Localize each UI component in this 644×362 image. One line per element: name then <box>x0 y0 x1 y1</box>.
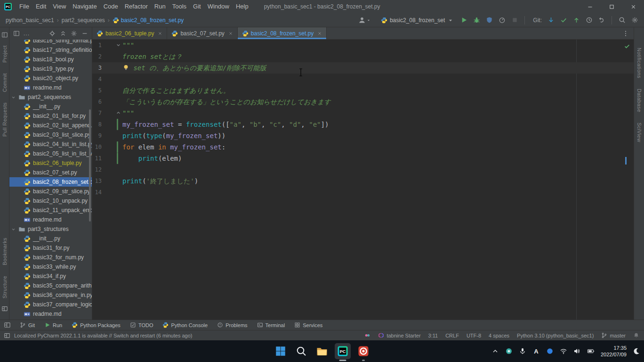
tool-stripe-sciview[interactable]: SciView <box>636 117 642 148</box>
git-branch[interactable]: master <box>601 332 626 338</box>
toolwindow-run[interactable]: Run <box>40 321 66 329</box>
tree-item-basic18-bool-py[interactable]: basic18_bool.py <box>9 55 92 64</box>
tree-item-basic17-string-definition-py[interactable]: basic17_string_definition.py <box>9 45 92 55</box>
menu-help[interactable]: Help <box>233 0 252 13</box>
user-profile-button[interactable] <box>358 16 371 24</box>
collapse-all-button[interactable] <box>60 30 66 37</box>
toolwindow-todo[interactable]: TODO <box>126 321 158 329</box>
indent-style[interactable]: 4 spaces <box>489 333 509 338</box>
tree-item-basic37-compare-logic-py[interactable]: basic37_compare_logic.py <box>9 300 92 309</box>
tool-window-switcher-icon[interactable] <box>4 332 10 339</box>
editor-tab-basic2-07-set-py[interactable]: basic2_07_set.py <box>167 27 237 39</box>
tray-app[interactable] <box>505 347 513 355</box>
menu-file[interactable]: File <box>16 0 32 13</box>
maximize-button[interactable] <box>601 0 622 13</box>
caret-position[interactable]: 3:11 <box>428 333 438 338</box>
tray-expand[interactable] <box>491 347 499 355</box>
minimize-button[interactable] <box>579 0 601 13</box>
tree-item-basic32-for-num-py[interactable]: basic32_for_num.py <box>9 253 92 262</box>
tabnine-widget[interactable]: tabnine Starter <box>378 332 420 338</box>
inspections-ok-icon[interactable] <box>624 43 630 49</box>
tree-item-basic2-04-list-in-list-py[interactable]: basic2_04_list_in_list.py <box>9 140 92 149</box>
tree-item-basic2-01-list-for-py[interactable]: basic2_01_list_for.py <box>9 111 92 121</box>
menu-navigate[interactable]: Navigate <box>69 0 100 13</box>
taskbar-search[interactable] <box>293 343 309 359</box>
battery[interactable] <box>587 347 595 355</box>
tree-item-basic19-type-py[interactable]: basic19_type.py <box>9 64 92 74</box>
breadcrumb-item-basic2-08-frozen-set-py[interactable]: basic2_08_frozen_set.py <box>111 16 185 25</box>
settings-button[interactable] <box>629 15 640 25</box>
pycharm-app[interactable]: PC <box>335 343 351 359</box>
tree-item-basic16-string-format-py[interactable]: basic16_string_format.py <box>9 40 92 45</box>
tree-item-basic2-11-unpack-errors-py[interactable]: basic2_11_unpack_errors.py <box>9 206 92 215</box>
tab-list-kebab-icon[interactable] <box>622 30 629 37</box>
tree-item-init-py[interactable]: __init__.py <box>9 102 92 111</box>
toolwindow-problems[interactable]: Problems <box>213 321 251 329</box>
breadcrumb-item-part2-sequences[interactable]: part2_sequences <box>60 16 107 25</box>
close-button[interactable] <box>622 0 644 13</box>
python-interpreter[interactable]: Python 3.10 (python_basic_sec1) <box>517 333 594 338</box>
breadcrumb-item-python-basic-sec1[interactable]: python_basic_sec1 <box>4 16 56 25</box>
menu-refactor[interactable]: Refactor <box>121 0 151 13</box>
profiler-button[interactable] <box>496 15 507 25</box>
line-separator[interactable]: CRLF <box>445 333 459 338</box>
tool-stripe-structure[interactable]: Structure <box>2 271 8 304</box>
tree-item-basic20-object-py[interactable]: basic20_object.py <box>9 74 92 83</box>
tree-item-readme-md[interactable]: readme.md <box>9 215 92 224</box>
toolwindow-terminal[interactable]: Terminal <box>253 321 290 329</box>
toolwindow-python-packages[interactable]: Python Packages <box>67 321 125 329</box>
plugin-widget[interactable] <box>364 332 370 338</box>
update-project-button[interactable] <box>545 15 556 25</box>
tool-stripe-notifications[interactable]: Notifications <box>636 42 642 83</box>
tool-stripe-project[interactable]: Project <box>2 40 8 68</box>
hide-panel-button[interactable] <box>81 30 88 37</box>
tool-stripe-pull-requests[interactable]: Pull Requests <box>2 97 8 142</box>
menu-window[interactable]: Window <box>204 0 233 13</box>
coverage-button[interactable] <box>483 15 495 25</box>
toolwindow-services[interactable]: Services <box>290 321 327 329</box>
tree-item-basic2-10-unpack-py[interactable]: basic2_10_unpack.py <box>9 196 92 206</box>
toolwindow-python-console[interactable]: Python Console <box>158 321 212 329</box>
notifications[interactable] <box>633 332 639 338</box>
menu-git[interactable]: Git <box>190 0 204 13</box>
tree-item-basic31-for-py[interactable]: basic31_for.py <box>9 243 92 253</box>
project-tabs-overflow[interactable]: ... <box>24 30 30 37</box>
tree-item-readme-md[interactable]: readme.md <box>9 309 92 319</box>
editor-tab-basic2-06-tuple-py[interactable]: basic2_06_tuple.py <box>92 27 167 39</box>
run-configuration-select[interactable]: basic2_08_frozen_set <box>378 16 457 25</box>
stop-button[interactable] <box>509 15 520 25</box>
tree-item-basic2-09-str-slice-py[interactable]: basic2_09_str_slice.py <box>9 187 92 196</box>
menu-tools[interactable]: Tools <box>169 0 190 13</box>
run-button[interactable] <box>458 15 469 25</box>
tree-item-readme-md[interactable]: readme.md <box>9 83 92 92</box>
start-button[interactable] <box>273 343 289 359</box>
rollback-button[interactable] <box>596 15 607 25</box>
project-tree-scrollbar[interactable] <box>89 109 91 222</box>
menu-view[interactable]: View <box>49 0 69 13</box>
menu-edit[interactable]: Edit <box>32 0 49 13</box>
tree-item-basic34-if-py[interactable]: basic34_if.py <box>9 272 92 281</box>
tree-item-basic2-05-list-in-list-var-py[interactable]: basic2_05_list_in_list_var.py <box>9 149 92 158</box>
tree-item-basic36-compare-in-py[interactable]: basic36_compare_in.py <box>9 290 92 300</box>
panel-settings-button[interactable] <box>71 30 77 37</box>
tree-item-basic2-07-set-py[interactable]: basic2_07_set.py <box>9 168 92 177</box>
tree-item-part3-structures[interactable]: part3_structures <box>9 224 92 234</box>
volume[interactable] <box>573 347 581 355</box>
tree-item-init-py[interactable]: __init__.py <box>9 234 92 243</box>
network[interactable] <box>560 347 567 355</box>
tree-item-part2-sequences[interactable]: part2_sequences <box>9 92 92 102</box>
search-everywhere-button[interactable] <box>616 15 628 25</box>
tray-mic[interactable] <box>519 347 526 355</box>
taskbar-clock[interactable]: 17:352022/07/09 <box>601 345 627 358</box>
status-message[interactable]: Localized PyCharm 2022.1.1 is available … <box>14 333 192 338</box>
menu-code[interactable]: Code <box>100 0 121 13</box>
menu-run[interactable]: Run <box>151 0 169 13</box>
recorder-app[interactable] <box>355 343 371 359</box>
file-explorer[interactable] <box>314 343 330 359</box>
history-button[interactable] <box>583 15 595 25</box>
tree-item-basic2-02-list-append-py[interactable]: basic2_02_list_append.py <box>9 121 92 130</box>
file-encoding[interactable]: UTF-8 <box>467 333 481 338</box>
tree-item-basic33-while-py[interactable]: basic33_while.py <box>9 262 92 272</box>
code-editor[interactable]: 1"""2frozen setとは？3 set の、あとからの要素追加/削除不可… <box>92 40 634 320</box>
debug-button[interactable] <box>471 15 482 25</box>
